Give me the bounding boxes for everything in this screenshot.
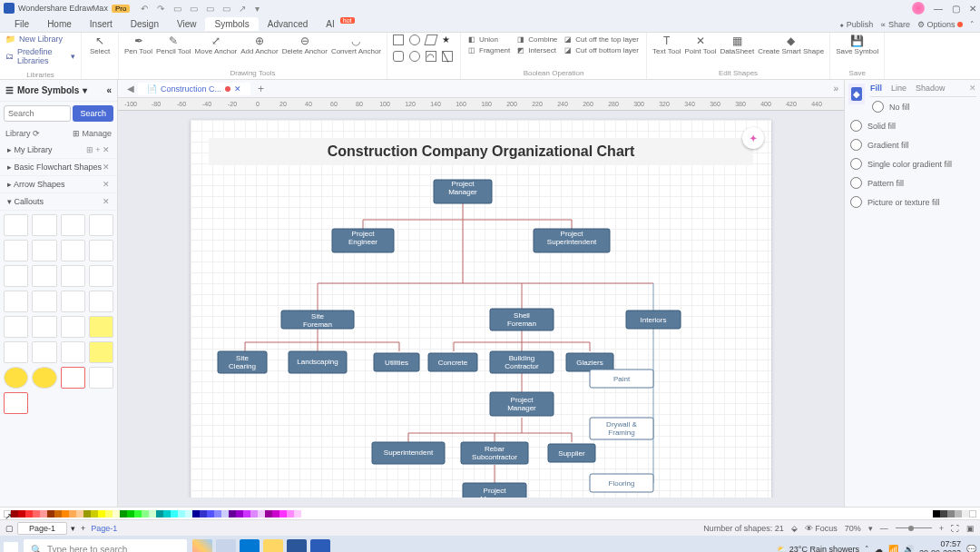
new-library-button[interactable]: 📁 New Library bbox=[5, 34, 75, 44]
tab-fill[interactable]: Fill bbox=[870, 84, 882, 93]
node-pe[interactable]: ProjectEngineer bbox=[348, 230, 377, 246]
profile-avatar[interactable] bbox=[912, 2, 925, 15]
pen-tool[interactable]: ✒Pen Tool bbox=[124, 34, 152, 55]
move-anchor-tool[interactable]: ⤢Move Anchor bbox=[195, 34, 238, 55]
add-anchor-tool[interactable]: ⊕Add Anchor bbox=[240, 34, 278, 55]
union-button[interactable]: ◧ Union bbox=[466, 34, 512, 44]
node-pm2[interactable]: ProjectManager bbox=[507, 396, 536, 412]
shape-thumb[interactable] bbox=[89, 214, 113, 236]
section-mylibrary[interactable]: ▸ My Library⊞ + ✕ bbox=[0, 142, 117, 159]
node-paint[interactable]: Paint bbox=[613, 375, 631, 383]
page-tab2[interactable]: Page-1 bbox=[91, 524, 117, 533]
taskbar-app[interactable] bbox=[216, 539, 236, 552]
tray-wifi-icon[interactable]: 📶 bbox=[888, 545, 898, 552]
tab-line[interactable]: Line bbox=[891, 84, 906, 93]
opt-picture[interactable]: Picture or texture fill bbox=[848, 192, 976, 212]
collapse-right-icon[interactable]: » bbox=[828, 84, 844, 94]
options-button[interactable]: ⚙ Options bbox=[917, 20, 963, 29]
shape-thumb[interactable] bbox=[89, 367, 113, 389]
pencil-tool[interactable]: ✎Pencil Tool bbox=[156, 34, 191, 55]
node-sup[interactable]: Superintendent bbox=[384, 448, 434, 457]
qa-icon[interactable]: ▭ bbox=[222, 4, 231, 13]
shape-thumb[interactable] bbox=[61, 265, 85, 287]
doc-tab[interactable]: 📄 Construction C... ✕ bbox=[138, 83, 250, 95]
shape-thumb[interactable] bbox=[4, 240, 28, 261]
cut-top-button[interactable]: ◪ Cut off the top layer bbox=[563, 34, 641, 44]
menu-design[interactable]: Design bbox=[122, 17, 168, 31]
symbol-search-input[interactable] bbox=[4, 105, 71, 122]
opt-pattern[interactable]: Pattern fill bbox=[848, 173, 976, 192]
taskbar-app[interactable] bbox=[192, 539, 212, 552]
shape-thumb[interactable] bbox=[4, 392, 28, 414]
fragment-button[interactable]: ◫ Fragment bbox=[466, 45, 512, 55]
page-tab-dropdown[interactable]: ▾ bbox=[71, 524, 75, 533]
new-tab-button[interactable]: + bbox=[250, 83, 271, 95]
node-dry[interactable]: Drywall &Framing bbox=[606, 420, 637, 437]
point-tool[interactable]: ✕Point Tool bbox=[684, 34, 716, 55]
shape-thumb[interactable] bbox=[61, 291, 85, 312]
datasheet-button[interactable]: ▦DataSheet bbox=[720, 34, 754, 55]
shape-thumb[interactable] bbox=[89, 341, 113, 363]
opt-nofill[interactable]: No fill bbox=[870, 97, 976, 116]
taskbar-search[interactable]: 🔍 Type here to search bbox=[24, 539, 187, 552]
shape-thumb[interactable] bbox=[32, 291, 56, 312]
shape-thumb[interactable] bbox=[32, 367, 56, 389]
shape-roundrect[interactable] bbox=[393, 51, 404, 62]
shape-thumb[interactable] bbox=[32, 341, 56, 363]
close-button[interactable]: ✕ bbox=[969, 4, 976, 14]
qa-dropdown[interactable]: ▾ bbox=[255, 4, 264, 13]
more-symbols-button[interactable]: ☰ More Symbols ▾ « bbox=[0, 80, 117, 102]
manage-button[interactable]: ⊞ Manage bbox=[73, 129, 112, 138]
node-supl[interactable]: Supplier bbox=[558, 449, 585, 458]
tray-volume-icon[interactable]: 🔊 bbox=[904, 545, 914, 552]
menu-symbols[interactable]: Symbols bbox=[205, 17, 258, 31]
weather-widget[interactable]: ⛅ 23°C Rain showers bbox=[777, 545, 859, 552]
node-conc[interactable]: Concrete bbox=[438, 359, 468, 367]
canvas-viewport[interactable]: Construction Company Organizational Char… bbox=[131, 111, 831, 498]
publish-button[interactable]: ⬥ Publish bbox=[839, 20, 873, 29]
page-canvas[interactable]: Construction Company Organizational Char… bbox=[191, 120, 771, 498]
shape-thumb[interactable] bbox=[4, 265, 28, 287]
taskbar-app[interactable] bbox=[287, 539, 307, 552]
cut-bottom-button[interactable]: ◪ Cut off bottom layer bbox=[563, 45, 641, 55]
shape-line[interactable]: ╲ bbox=[442, 51, 453, 62]
shape-thumb[interactable] bbox=[61, 316, 85, 338]
combine-button[interactable]: ◨ Combine bbox=[515, 34, 559, 44]
shape-arc[interactable]: ◠ bbox=[426, 51, 436, 62]
node-land[interactable]: Landscaping bbox=[297, 358, 338, 366]
opt-solid[interactable]: Solid fill bbox=[848, 116, 976, 135]
qa-icon[interactable]: ▭ bbox=[173, 4, 182, 13]
menu-file[interactable]: File bbox=[5, 17, 38, 31]
collapse-ribbon-icon[interactable]: ˄ bbox=[970, 20, 975, 29]
shape-thumb[interactable] bbox=[4, 341, 28, 363]
text-tool[interactable]: TText Tool bbox=[652, 34, 681, 55]
menu-insert[interactable]: Insert bbox=[81, 17, 122, 31]
shape-thumb[interactable] bbox=[4, 367, 28, 389]
shape-thumb[interactable] bbox=[61, 214, 85, 236]
ai-assistant-icon[interactable]: ✦ bbox=[742, 127, 764, 149]
shape-thumb[interactable] bbox=[4, 214, 28, 236]
qa-icon[interactable]: ▭ bbox=[190, 4, 199, 13]
shape-parallelogram[interactable] bbox=[424, 34, 437, 45]
page-list-icon[interactable]: ▢ bbox=[5, 524, 14, 533]
section-callouts[interactable]: ▾ Callouts✕ bbox=[0, 193, 117, 211]
delete-anchor-tool[interactable]: ⊖Delete Anchor bbox=[282, 34, 328, 55]
shape-thumb[interactable] bbox=[32, 265, 56, 287]
menu-home[interactable]: Home bbox=[38, 17, 81, 31]
opt-gradient[interactable]: Gradient fill bbox=[848, 135, 976, 154]
node-util[interactable]: Utilities bbox=[385, 359, 408, 367]
chart-title[interactable]: Construction Company Organizational Char… bbox=[209, 138, 753, 165]
predefine-libraries-button[interactable]: 🗂 Predefine Libraries▾ bbox=[5, 47, 75, 65]
node-bc[interactable]: BuildingContractor bbox=[505, 354, 539, 370]
zoom-out[interactable]: — bbox=[880, 524, 888, 533]
node-pm3[interactable]: ProjectManager bbox=[480, 487, 509, 498]
shape-thumb[interactable] bbox=[61, 341, 85, 363]
section-basic-flowchart[interactable]: ▸ Basic Flowchart Shapes✕ bbox=[0, 159, 117, 176]
qa-icon[interactable]: ▭ bbox=[206, 4, 215, 13]
shape-thumb[interactable] bbox=[89, 316, 113, 338]
fit-icon[interactable]: ⛶ bbox=[951, 524, 959, 533]
page-tab[interactable]: Page-1 bbox=[17, 522, 67, 535]
undo-icon[interactable]: ↶ bbox=[141, 4, 150, 13]
format-icon[interactable]: ◆ bbox=[851, 87, 862, 101]
maximize-button[interactable]: ▢ bbox=[952, 4, 960, 14]
